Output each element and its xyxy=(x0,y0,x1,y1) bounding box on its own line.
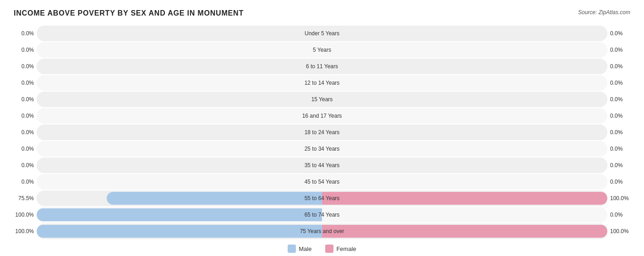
male-value: 0.0% xyxy=(14,179,37,185)
male-bar xyxy=(37,225,322,238)
table-row: 0.0%6 to 11 Years0.0% xyxy=(14,59,630,74)
table-row: 0.0%Under 5 Years0.0% xyxy=(14,26,630,41)
female-value: 0.0% xyxy=(607,63,630,70)
table-row: 100.0%65 to 74 Years0.0% xyxy=(14,207,630,223)
table-row: 0.0%12 to 14 Years0.0% xyxy=(14,75,630,91)
table-row: 0.0%16 and 17 Years0.0% xyxy=(14,108,630,124)
chart-container: INCOME ABOVE POVERTY BY SEX AND AGE IN M… xyxy=(14,9,630,253)
table-row: 0.0%18 to 24 Years0.0% xyxy=(14,125,630,140)
chart-title: INCOME ABOVE POVERTY BY SEX AND AGE IN M… xyxy=(14,9,244,17)
table-row: 0.0%45 to 54 Years0.0% xyxy=(14,174,630,190)
male-value: 0.0% xyxy=(14,96,37,103)
legend-female: Female xyxy=(325,245,356,253)
table-row: 0.0%25 to 34 Years0.0% xyxy=(14,141,630,157)
table-row: 0.0%5 Years0.0% xyxy=(14,42,630,58)
chart-source: Source: ZipAtlas.com xyxy=(578,9,630,16)
female-value: 0.0% xyxy=(607,80,630,86)
male-value: 100.0% xyxy=(14,212,37,218)
table-row: 100.0%75 Years and over100.0% xyxy=(14,223,630,239)
female-value: 0.0% xyxy=(607,30,630,37)
female-bar xyxy=(322,225,607,238)
male-bar xyxy=(37,208,322,221)
male-value: 0.0% xyxy=(14,47,37,53)
legend: Male Female xyxy=(14,245,630,253)
male-value: 100.0% xyxy=(14,228,37,234)
female-value: 0.0% xyxy=(607,212,630,218)
chart-header: INCOME ABOVE POVERTY BY SEX AND AGE IN M… xyxy=(14,9,630,17)
table-row: 0.0%15 Years0.0% xyxy=(14,92,630,107)
table-row: 75.5%55 to 64 Years100.0% xyxy=(14,191,630,206)
female-swatch xyxy=(325,245,333,253)
male-value: 0.0% xyxy=(14,30,37,37)
female-value: 100.0% xyxy=(607,228,630,234)
legend-male: Male xyxy=(288,245,311,253)
male-value: 0.0% xyxy=(14,162,37,169)
female-value: 0.0% xyxy=(607,146,630,152)
male-value: 0.0% xyxy=(14,113,37,119)
female-value: 0.0% xyxy=(607,179,630,185)
female-value: 0.0% xyxy=(607,113,630,119)
female-label: Female xyxy=(336,245,356,252)
female-value: 0.0% xyxy=(607,129,630,136)
female-value: 0.0% xyxy=(607,162,630,169)
female-bar xyxy=(322,192,607,205)
male-value: 0.0% xyxy=(14,80,37,86)
male-bar xyxy=(107,192,322,205)
male-value: 0.0% xyxy=(14,129,37,136)
table-row: 0.0%35 to 44 Years0.0% xyxy=(14,158,630,173)
female-value: 0.0% xyxy=(607,96,630,103)
female-value: 0.0% xyxy=(607,47,630,53)
male-swatch xyxy=(288,245,296,253)
male-value: 0.0% xyxy=(14,146,37,152)
male-value: 0.0% xyxy=(14,63,37,70)
female-value: 100.0% xyxy=(607,195,630,202)
male-label: Male xyxy=(299,245,311,252)
chart-body: 0.0%Under 5 Years0.0%0.0%5 Years0.0%0.0%… xyxy=(14,26,630,239)
male-value: 75.5% xyxy=(14,195,37,202)
